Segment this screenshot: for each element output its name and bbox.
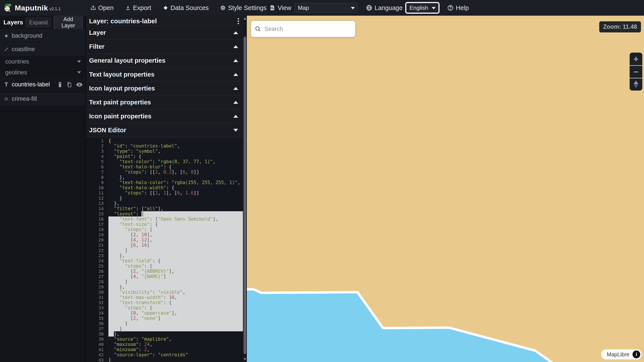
expand-arrow-icon[interactable] bbox=[233, 73, 238, 76]
scrollbar-thumb[interactable] bbox=[244, 37, 246, 354]
export-button[interactable]: Export bbox=[125, 4, 151, 12]
code-line-1[interactable]: 1{ bbox=[86, 138, 243, 143]
data-sources-button[interactable]: Data Sources bbox=[162, 4, 209, 12]
code-line-26[interactable]: 26 [2, "{ABBREV}"], bbox=[86, 269, 243, 274]
code-line-33[interactable]: 33 "stops": [ bbox=[86, 305, 243, 310]
code-line-17[interactable]: 17 "text-size": { bbox=[86, 222, 243, 227]
zoom-out-button[interactable]: − bbox=[630, 65, 642, 78]
layer-item-crimea-fill[interactable]: crimea-fill bbox=[0, 92, 86, 106]
map-canvas[interactable]: Zoom: 11.48 + − MapLibre i bbox=[247, 16, 644, 362]
line-number: 9 bbox=[86, 180, 107, 185]
json-editor[interactable]: 1{2 "id": "countries-label",3 "type": "s… bbox=[86, 137, 243, 362]
layer-item-background[interactable]: background bbox=[0, 29, 86, 43]
code-line-30[interactable]: 30 "visibility": "visible", bbox=[86, 290, 243, 295]
zoom-in-button[interactable]: + bbox=[630, 53, 642, 65]
code-line-8[interactable]: 8 }, bbox=[86, 175, 243, 180]
code-line-41[interactable]: 41 "minzoom": 2, bbox=[86, 347, 243, 352]
info-icon[interactable]: i bbox=[632, 350, 640, 358]
code-line-29[interactable]: 29 }, bbox=[86, 284, 243, 290]
line-number: 23 bbox=[86, 253, 107, 258]
collapse-arrow-icon[interactable] bbox=[233, 129, 238, 132]
code-line-32[interactable]: 32 "text-transform": { bbox=[86, 300, 243, 305]
chevron-down-icon[interactable] bbox=[77, 61, 81, 63]
view-select[interactable]: Map bbox=[294, 3, 358, 13]
chevron-down-icon[interactable] bbox=[77, 71, 81, 74]
code-line-9[interactable]: 9 "text-halo-color": "rgba(255, 255, 255… bbox=[86, 180, 243, 185]
selection-fill bbox=[172, 300, 243, 305]
code-line-21[interactable]: 21 [6, 16] bbox=[86, 243, 243, 248]
add-layer-button[interactable]: Add Layer bbox=[54, 14, 83, 31]
code-line-38[interactable]: 38 }, bbox=[86, 331, 243, 336]
code-line-24[interactable]: 24 "text-field": { bbox=[86, 258, 243, 263]
expand-arrow-icon[interactable] bbox=[233, 101, 238, 104]
layer-item-coastline[interactable]: coastline bbox=[0, 43, 86, 56]
code-line-23[interactable]: 23 }, bbox=[86, 253, 243, 258]
section-icon-layout-properties[interactable]: Icon layout properties bbox=[86, 82, 243, 95]
code-text: "layout": { bbox=[107, 211, 243, 217]
layer-item-countries-label[interactable]: Tcountries-label bbox=[0, 78, 86, 91]
expand-arrow-icon[interactable] bbox=[233, 115, 238, 118]
code-line-39[interactable]: 39 "source": "maplibre", bbox=[86, 336, 243, 342]
scrollbar-down-arrow-icon[interactable] bbox=[244, 358, 246, 360]
line-number: 21 bbox=[86, 243, 107, 248]
code-line-11[interactable]: 11 "stops": [[2, 1], [6, 1.6]] bbox=[86, 190, 243, 196]
kebab-menu-icon[interactable] bbox=[237, 18, 240, 25]
expand-arrow-icon[interactable] bbox=[233, 45, 238, 48]
expand-arrow-icon[interactable] bbox=[233, 31, 238, 34]
code-line-10[interactable]: 10 "text-halo-width": { bbox=[86, 185, 243, 190]
code-line-19[interactable]: 19 [2, 10], bbox=[86, 232, 243, 237]
code-text: "visibility": "visible", bbox=[107, 290, 243, 295]
code-line-4[interactable]: 4 "paint": { bbox=[86, 154, 243, 159]
line-number: 12 bbox=[86, 196, 107, 201]
section-json-editor[interactable]: JSON Editor bbox=[86, 123, 243, 137]
code-line-3[interactable]: 3 "type": "symbol", bbox=[86, 149, 243, 154]
code-line-16[interactable]: 16 "text-font": ["Open Sans Semibold"], bbox=[86, 217, 243, 222]
panel-scrollbar[interactable] bbox=[243, 16, 247, 362]
section-text-layout-properties[interactable]: Text layout properties bbox=[86, 68, 243, 82]
code-line-28[interactable]: 28 ] bbox=[86, 279, 243, 284]
eye-icon[interactable] bbox=[76, 82, 83, 87]
code-line-35[interactable]: 35 [2, "none"] bbox=[86, 316, 243, 321]
code-line-40[interactable]: 40 "maxzoom": 24, bbox=[86, 342, 243, 347]
code-line-13[interactable]: 13 }, bbox=[86, 201, 243, 206]
code-line-42[interactable]: 42 "source-layer": "centroids" bbox=[86, 352, 243, 357]
section-layer[interactable]: Layer bbox=[86, 26, 243, 40]
search-input[interactable] bbox=[264, 26, 352, 32]
section-text-paint-properties[interactable]: Text paint properties bbox=[86, 95, 243, 109]
expand-button[interactable]: Expand bbox=[25, 17, 52, 28]
section-general-layout-properties[interactable]: General layout properties bbox=[86, 54, 243, 68]
trash-icon[interactable] bbox=[57, 82, 63, 88]
style-settings-button[interactable]: Style Settings bbox=[220, 4, 266, 12]
code-line-27[interactable]: 27 [4, "{NAME}"] bbox=[86, 274, 243, 279]
code-line-22[interactable]: 22 ] bbox=[86, 248, 243, 253]
section-filter[interactable]: Filter bbox=[86, 40, 243, 54]
code-line-5[interactable]: 5 "text-color": "rgba(8, 37, 77, 1)", bbox=[86, 159, 243, 164]
layer-group-geolines[interactable]: geolines bbox=[0, 67, 86, 78]
code-line-25[interactable]: 25 "stops": [ bbox=[86, 263, 243, 269]
scrollbar-up-arrow-icon[interactable] bbox=[244, 18, 246, 20]
layer-group-countries[interactable]: countries bbox=[0, 56, 86, 67]
code-line-43[interactable]: 43} bbox=[86, 357, 243, 362]
code-line-20[interactable]: 20 [4, 12], bbox=[86, 237, 243, 243]
section-icon-paint-properties[interactable]: Icon paint properties bbox=[86, 109, 243, 123]
copy-icon[interactable] bbox=[66, 82, 72, 88]
open-button[interactable]: Open bbox=[90, 4, 114, 12]
selection-fill bbox=[144, 211, 243, 217]
code-line-7[interactable]: 7 "stops": [[2, 0.2], [6, 0]] bbox=[86, 169, 243, 175]
compass-button[interactable] bbox=[630, 78, 642, 91]
code-line-34[interactable]: 34 [0, "uppercase"], bbox=[86, 310, 243, 316]
code-line-15[interactable]: 15 "layout": { bbox=[86, 211, 243, 217]
expand-arrow-icon[interactable] bbox=[233, 87, 238, 90]
help-button[interactable]: Help bbox=[447, 0, 469, 16]
text-layer-icon: T bbox=[4, 81, 8, 88]
code-line-12[interactable]: 12 } bbox=[86, 196, 243, 201]
expand-arrow-icon[interactable] bbox=[233, 59, 238, 62]
code-line-18[interactable]: 18 "stops": [ bbox=[86, 227, 243, 232]
code-line-31[interactable]: 31 "text-max-width": 10, bbox=[86, 295, 243, 300]
code-line-14[interactable]: 14 "filter": ["all"], bbox=[86, 206, 243, 211]
code-line-37[interactable]: 37 } bbox=[86, 326, 243, 331]
code-line-6[interactable]: 6 "text-halo-blur": { bbox=[86, 164, 243, 169]
language-select[interactable]: English bbox=[406, 3, 439, 13]
code-line-36[interactable]: 36 ] bbox=[86, 321, 243, 326]
code-line-2[interactable]: 2 "id": "countries-label", bbox=[86, 143, 243, 149]
